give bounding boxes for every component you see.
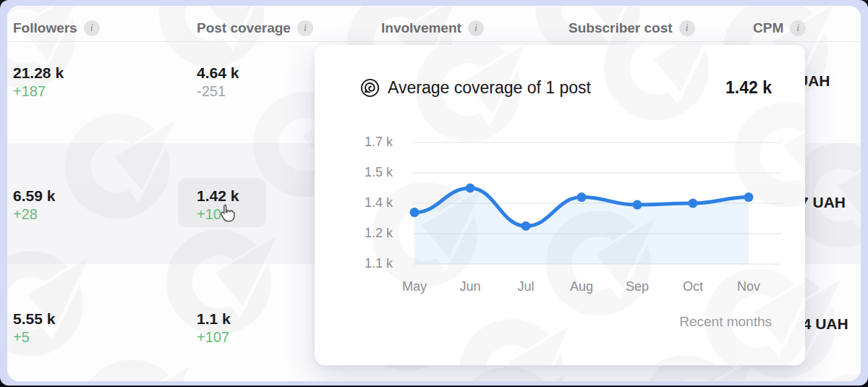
column-header-followers: Followers i: [13, 20, 100, 36]
column-label: Subscriber cost: [569, 20, 673, 36]
data-point-aug: [577, 192, 587, 202]
followers-cell[interactable]: 6.59 k +28: [13, 187, 55, 223]
brand-logo-watermark: [445, 284, 597, 365]
header-divider: [7, 41, 861, 42]
column-header-post-coverage: Post coverage i: [197, 20, 313, 36]
popup-title-row: Average coverage of 1 post 1.42 k: [360, 78, 772, 98]
y-axis-tick: 1.1 k: [341, 256, 393, 271]
data-point-sep: [633, 200, 642, 210]
popup-footer-label: Recent months: [679, 314, 772, 330]
y-axis-tick: 1.2 k: [341, 226, 393, 241]
x-axis-label: Sep: [616, 279, 659, 294]
data-point-jun: [466, 184, 475, 193]
y-axis-tick: 1.5 k: [341, 165, 393, 180]
coverage-popup: Average coverage of 1 post 1.42 k 1.7 k …: [315, 45, 805, 365]
x-axis-label: Jul: [504, 279, 548, 294]
stat-delta: +107: [197, 328, 231, 346]
page-frame: Followers i Post coverage i Involvement …: [0, 0, 868, 386]
column-label: CPM: [753, 20, 783, 36]
coverage-line-chart[interactable]: [405, 135, 788, 276]
column-header-subscriber-cost: Subscriber cost i: [569, 20, 695, 36]
data-point-jul: [522, 221, 531, 231]
column-header-involvement: Involvement i: [381, 20, 484, 36]
column-label: Involvement: [381, 20, 461, 36]
post-coverage-cell[interactable]: 4.64 k -251: [197, 64, 239, 100]
data-point-nov: [744, 192, 754, 202]
x-axis-label: Nov: [727, 279, 770, 294]
stats-table-card: Followers i Post coverage i Involvement …: [7, 6, 861, 381]
stat-value: 1.42 k: [197, 187, 239, 205]
column-header-cpm: CPM i: [753, 20, 806, 36]
stat-delta: +5: [13, 328, 55, 346]
x-axis-label: May: [393, 279, 436, 294]
stat-delta: +104: [197, 205, 239, 223]
y-axis-tick: 1.7 k: [341, 135, 393, 150]
info-icon[interactable]: i: [297, 20, 313, 36]
stat-value: 5.55 k: [13, 310, 55, 328]
x-axis-label: Aug: [560, 279, 603, 294]
stat-value: 21.28 k: [13, 64, 64, 82]
info-icon[interactable]: i: [84, 20, 100, 36]
info-icon[interactable]: i: [679, 20, 695, 36]
stat-value: 6.59 k: [13, 187, 55, 205]
y-axis-tick: 1.4 k: [341, 195, 393, 210]
stat-delta: +28: [13, 205, 55, 223]
post-coverage-cell[interactable]: 1.1 k +107: [197, 310, 231, 346]
followers-cell[interactable]: 5.55 k +5: [13, 310, 55, 346]
coverage-spiral-icon: [360, 78, 380, 98]
popup-headline-value: 1.42 k: [726, 78, 772, 98]
stat-delta: -251: [197, 82, 239, 100]
cpm-value-fragment: 7 UAH: [800, 194, 846, 211]
stat-value: 1.1 k: [197, 310, 231, 328]
info-icon[interactable]: i: [468, 20, 484, 36]
x-axis-label: Oct: [671, 279, 715, 294]
data-point-may: [410, 208, 420, 217]
column-label: Post coverage: [197, 20, 291, 36]
stat-value: 4.64 k: [197, 64, 239, 82]
info-icon[interactable]: i: [790, 20, 806, 36]
brand-logo-watermark: [65, 324, 217, 381]
popup-title: Average coverage of 1 post: [388, 78, 726, 98]
data-point-oct: [689, 199, 698, 208]
post-coverage-cell-hovered[interactable]: 1.42 k +104: [197, 187, 239, 223]
x-axis-label: Jun: [448, 279, 492, 294]
column-label: Followers: [13, 20, 77, 36]
followers-cell[interactable]: 21.28 k +187: [13, 64, 64, 100]
stat-delta: +187: [13, 82, 64, 100]
